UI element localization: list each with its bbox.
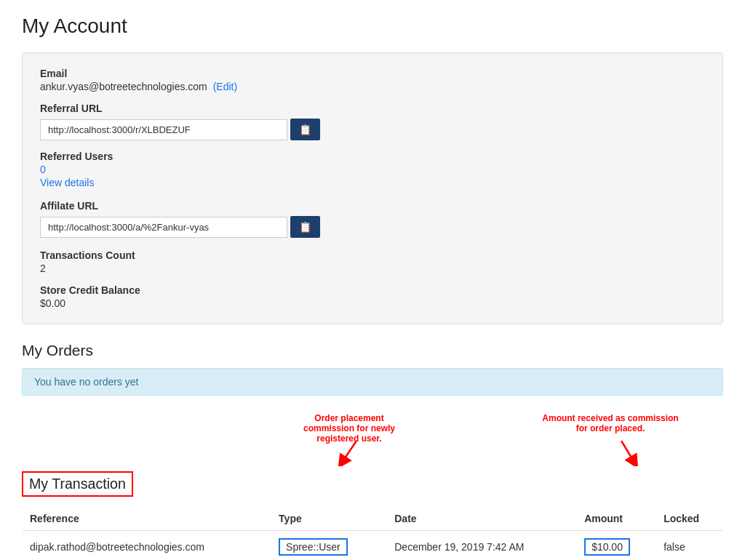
- referred-users-count: 0: [40, 164, 705, 175]
- col-locked: Locked: [656, 507, 722, 531]
- referral-url-label: Referral URL: [40, 103, 705, 114]
- store-credit-value: $0.00: [40, 297, 705, 309]
- orders-title: My Orders: [22, 342, 723, 359]
- email-text: ankur.vyas@botreetechnologies.com: [40, 81, 207, 92]
- email-value: ankur.vyas@botreetechnologies.com (Edit): [40, 81, 705, 92]
- table-row: dipak.rathod@botreetechnologies.comSpree…: [23, 531, 722, 561]
- arrow-right: [599, 441, 643, 466]
- arrow-left: [335, 441, 378, 466]
- table-header-row: Reference Type Date Amount Locked: [23, 507, 722, 531]
- affiliate-copy-button[interactable]: 📋: [290, 216, 320, 238]
- svg-line-1: [621, 441, 634, 463]
- transaction-section: Order placement commission for newly reg…: [22, 413, 723, 560]
- account-box: Email ankur.vyas@botreetechnologies.com …: [22, 52, 723, 324]
- referral-url-group: 📋: [40, 119, 705, 140]
- cell-reference: dipak.rathod@botreetechnologies.com: [23, 531, 271, 561]
- referral-copy-button[interactable]: 📋: [290, 119, 320, 140]
- transactions-count-value: 2: [40, 263, 705, 274]
- referred-users-label: Referred Users: [40, 151, 705, 162]
- col-date: Date: [387, 507, 577, 531]
- email-label: Email: [40, 68, 705, 79]
- transaction-title-box: My Transaction: [22, 471, 133, 497]
- edit-link[interactable]: (Edit): [213, 81, 237, 92]
- col-amount: Amount: [577, 507, 656, 531]
- cell-locked: false: [656, 531, 722, 561]
- annotation-left: Order placement commission for newly reg…: [291, 413, 407, 444]
- no-orders-banner: You have no orders yet: [22, 368, 723, 396]
- annotation-right: Amount received as commission for order …: [541, 413, 680, 433]
- view-details-link[interactable]: View details: [40, 177, 705, 188]
- page-title: My Account: [22, 15, 723, 38]
- affiliate-url-input[interactable]: [40, 217, 287, 238]
- transactions-count-label: Transactions Count: [40, 249, 705, 261]
- transaction-title: My Transaction: [29, 476, 126, 492]
- affiliate-url-label: Affilate URL: [40, 200, 705, 212]
- cell-type: Spree::User: [271, 531, 387, 561]
- store-credit-label: Store Credit Balance: [40, 284, 705, 296]
- affiliate-url-group: 📋: [40, 216, 705, 238]
- type-badge: Spree::User: [279, 538, 348, 556]
- transaction-table: Reference Type Date Amount Locked dipak.…: [22, 507, 723, 560]
- amount-badge: $10.00: [584, 538, 630, 556]
- cell-date: December 19, 2019 7:42 AM: [387, 531, 577, 561]
- copy-icon: 📋: [299, 124, 311, 135]
- referral-url-input[interactable]: [40, 119, 287, 140]
- svg-line-0: [342, 441, 356, 463]
- col-type: Type: [271, 507, 387, 531]
- col-reference: Reference: [23, 507, 271, 531]
- copy-icon-2: 📋: [299, 221, 311, 233]
- orders-section: My Orders You have no orders yet: [22, 342, 723, 396]
- cell-amount: $10.00: [577, 531, 656, 561]
